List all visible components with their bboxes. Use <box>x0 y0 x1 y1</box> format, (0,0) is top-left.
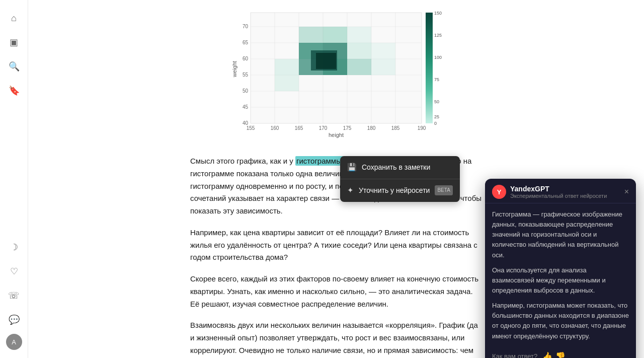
heart-icon[interactable]: ♡ <box>4 261 24 281</box>
avatar[interactable]: A <box>6 334 22 350</box>
svg-text:160: 160 <box>271 125 279 131</box>
svg-rect-24 <box>347 59 371 75</box>
phone-icon[interactable]: ☏ <box>4 285 24 306</box>
context-menu: 💾 Сохранить в заметки ✦ Уточнить у нейро… <box>340 156 460 202</box>
svg-text:weight: weight <box>231 61 237 78</box>
paragraph-2: Например, как цена квартиры зависит от е… <box>190 227 482 264</box>
gpt-title: YandexGPT <box>510 185 620 193</box>
text-before-highlight: Смысл этого графика, как и у <box>190 157 295 165</box>
svg-text:150: 150 <box>434 11 442 16</box>
svg-text:60: 60 <box>243 56 249 61</box>
save-to-notes-label: Сохранить в заметки <box>362 162 430 173</box>
svg-text:55: 55 <box>243 72 249 78</box>
svg-rect-26 <box>323 27 347 43</box>
chart-container: weight <box>58 10 614 141</box>
svg-text:155: 155 <box>247 125 255 131</box>
yandex-gpt-panel: Y YandexGPT Экспериментальный ответ нейр… <box>485 179 636 358</box>
svg-rect-37 <box>371 43 395 59</box>
gpt-paragraph-1: Гистограмма — графическое изображение да… <box>492 209 629 260</box>
svg-text:125: 125 <box>434 33 442 38</box>
svg-rect-34 <box>371 59 395 75</box>
feedback-label: Как вам ответ? <box>492 352 537 358</box>
paragraph-4: Взаимосвязь двух или нескольких величин … <box>190 319 482 358</box>
svg-text:45: 45 <box>243 104 249 110</box>
heatmap-chart: weight <box>230 10 442 141</box>
svg-text:50: 50 <box>243 88 249 94</box>
svg-text:165: 165 <box>295 125 303 131</box>
gpt-header: Y YandexGPT Экспериментальный ответ нейр… <box>485 179 636 203</box>
gpt-title-group: YandexGPT Экспериментальный ответ нейрос… <box>510 185 620 199</box>
svg-text:50: 50 <box>434 99 439 104</box>
clarify-ai-item[interactable]: ✦ Уточнить у нейросети BETA <box>340 179 460 202</box>
gpt-feedback-icons: 👍 👎 <box>542 351 566 358</box>
svg-text:175: 175 <box>343 125 352 131</box>
svg-text:170: 170 <box>319 125 328 131</box>
svg-rect-32 <box>316 53 336 69</box>
search-icon[interactable]: 🔍 <box>4 56 24 77</box>
svg-rect-36 <box>275 59 299 75</box>
thumbs-down-button[interactable]: 👎 <box>555 351 566 358</box>
close-button[interactable]: × <box>624 188 629 196</box>
save-icon: 💾 <box>347 161 357 174</box>
gpt-feedback: Как вам ответ? 👍 👎 <box>485 347 636 358</box>
paragraph-3: Скорее всего, каждый из этих факторов по… <box>190 273 482 310</box>
svg-text:100: 100 <box>434 55 442 60</box>
svg-text:180: 180 <box>367 125 376 131</box>
chat-icon[interactable]: 💬 <box>4 310 24 330</box>
svg-text:185: 185 <box>391 125 400 131</box>
save-to-notes-item[interactable]: 💾 Сохранить в заметки <box>340 156 460 179</box>
sidebar: ⌂ ▣ 🔍 🔖 ☽ ♡ ☏ 💬 A <box>0 0 28 358</box>
ai-icon: ✦ <box>347 184 354 197</box>
svg-text:height: height <box>329 132 344 138</box>
gpt-body: Гистограмма — графическое изображение да… <box>485 203 636 347</box>
moon-icon[interactable]: ☽ <box>4 237 24 257</box>
thumbs-up-button[interactable]: 👍 <box>542 351 552 358</box>
svg-rect-20 <box>347 43 371 59</box>
bookmark-icon[interactable]: 🔖 <box>4 81 24 101</box>
svg-text:65: 65 <box>243 40 249 45</box>
svg-rect-54 <box>426 13 433 123</box>
article-text: Смысл этого графика, как и у гистограммы… <box>190 155 482 358</box>
gpt-paragraph-3: Например, гистограмма может показать, чт… <box>492 301 629 341</box>
gpt-paragraph-2: Она используется для анализа взаимосвязе… <box>492 265 629 296</box>
svg-text:70: 70 <box>243 24 249 29</box>
svg-text:75: 75 <box>434 77 439 82</box>
svg-text:0: 0 <box>434 121 437 126</box>
clarify-ai-label: Уточнить у нейросети <box>359 185 430 196</box>
gpt-avatar: Y <box>492 185 506 199</box>
svg-rect-25 <box>299 27 323 43</box>
svg-text:25: 25 <box>434 114 439 119</box>
highlighted-word[interactable]: гистограммы, <box>295 156 345 166</box>
svg-text:190: 190 <box>418 125 426 131</box>
beta-badge: BETA <box>435 185 452 196</box>
svg-rect-35 <box>347 27 371 43</box>
svg-text:40: 40 <box>243 120 249 126</box>
gpt-subtitle: Экспериментальный ответ нейросети <box>510 193 620 199</box>
home-icon[interactable]: ⌂ <box>4 8 24 28</box>
svg-rect-33 <box>275 75 299 91</box>
book-icon[interactable]: ▣ <box>4 32 24 52</box>
